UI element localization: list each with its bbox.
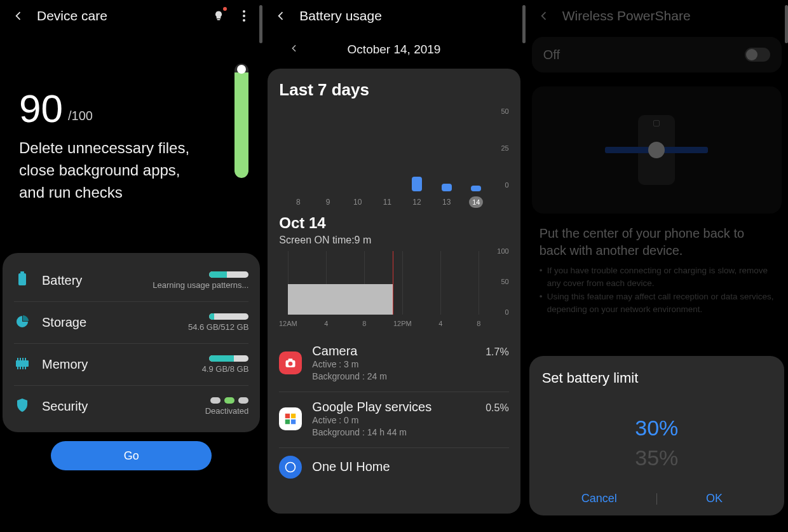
- picker-selected: 30%: [635, 416, 678, 440]
- home-icon: [279, 456, 302, 479]
- app-percent: 1.7%: [486, 346, 508, 358]
- app-background: Background : 14 h 44 m: [312, 426, 475, 439]
- care-score-denominator: /100: [68, 109, 93, 123]
- svg-rect-18: [291, 419, 296, 424]
- svg-rect-15: [285, 414, 290, 418]
- svg-rect-6: [22, 358, 24, 360]
- svg-rect-9: [20, 367, 21, 369]
- back-icon[interactable]: [11, 9, 25, 23]
- prev-date-icon[interactable]: [289, 43, 299, 56]
- page-title: Device care: [37, 8, 200, 24]
- svg-rect-5: [20, 358, 21, 360]
- svg-rect-7: [25, 358, 26, 360]
- camera-icon: [279, 351, 302, 374]
- date-label: October 14, 2019: [348, 43, 441, 57]
- battery-icon: [17, 271, 28, 289]
- shield-icon: [16, 398, 29, 416]
- battery-limit-sheet: Set battery limit 30% 35% Cancel OK: [529, 356, 784, 515]
- powershare-description: Put the center of your phone back to bac…: [540, 225, 774, 315]
- svg-rect-11: [25, 367, 26, 369]
- desc-item: Using this feature may affect call recep…: [547, 290, 774, 315]
- memory-label: Memory: [42, 357, 191, 372]
- storage-icon: [15, 315, 29, 331]
- security-label: Security: [42, 399, 194, 414]
- metrics-card: Battery Learning usage patterns... Stora…: [3, 253, 260, 432]
- app-row[interactable]: One UI Home: [279, 447, 508, 488]
- svg-rect-16: [291, 414, 296, 418]
- memory-subtext: 4.9 GB/8 GB: [202, 364, 249, 374]
- more-icon[interactable]: [237, 9, 251, 23]
- page-title: Battery usage: [299, 8, 513, 24]
- care-score: 90: [19, 89, 63, 128]
- powershare-toggle-row[interactable]: Off: [532, 37, 782, 72]
- app-active: Active : 0 m: [312, 414, 475, 426]
- app-name: Google Play services: [312, 400, 475, 414]
- weekly-usage-chart[interactable]: 0255089101112131414: [279, 111, 508, 207]
- svg-point-19: [286, 462, 296, 472]
- percent-picker[interactable]: 30% 35%: [542, 416, 771, 470]
- hourly-battery-chart[interactable]: 05010012AM4812PM48: [279, 251, 508, 327]
- battery-label: Battery: [42, 273, 141, 288]
- page-title: Wireless PowerShare: [562, 8, 777, 24]
- security-status-dots: [210, 397, 248, 404]
- day-title: Oct 14: [279, 214, 508, 232]
- section-title: Last 7 days: [279, 80, 508, 100]
- svg-rect-2: [20, 271, 24, 273]
- svg-rect-14: [289, 359, 293, 361]
- play-icon: [279, 407, 302, 430]
- toggle-state-label: Off: [543, 48, 745, 62]
- back-icon[interactable]: [274, 9, 288, 23]
- app-row[interactable]: CameraActive : 3 mBackground : 24 m1.7%: [279, 336, 508, 392]
- storage-label: Storage: [42, 315, 177, 330]
- row-storage[interactable]: Storage 54.6 GB/512 GB: [14, 301, 248, 343]
- svg-rect-3: [16, 360, 29, 367]
- app-name: One UI Home: [312, 460, 498, 474]
- row-battery[interactable]: Battery Learning usage patterns...: [14, 259, 248, 301]
- advice-text: Delete unnecessary files, close backgrou…: [19, 137, 210, 203]
- battery-subtext: Learning usage patterns...: [153, 280, 248, 290]
- device-care-screen: Device care 90 /100 Delete unnecessary f…: [0, 0, 262, 532]
- header: Device care: [0, 0, 262, 32]
- app-background: Background : 24 m: [312, 371, 475, 383]
- svg-rect-4: [17, 358, 18, 360]
- go-button[interactable]: Go: [51, 441, 212, 470]
- header: Battery usage: [262, 0, 525, 32]
- svg-rect-17: [285, 419, 290, 424]
- screen-on-text: Screen ON time:9 m: [279, 235, 508, 246]
- desc-item: If you have trouble connecting or chargi…: [547, 264, 774, 289]
- score-gauge: [234, 64, 248, 178]
- memory-icon: [15, 358, 30, 372]
- wireless-powershare-screen: Wireless PowerShare Off Put the center o…: [526, 0, 788, 532]
- powershare-illustration: [532, 86, 782, 214]
- svg-point-13: [289, 362, 293, 366]
- svg-rect-1: [18, 273, 26, 285]
- sheet-title: Set battery limit: [542, 370, 771, 386]
- security-subtext: Deactivated: [205, 406, 249, 416]
- cancel-button[interactable]: Cancel: [542, 492, 656, 505]
- app-percent: 0.5%: [486, 402, 508, 414]
- row-security[interactable]: Security Deactivated: [14, 385, 248, 427]
- picker-next: 35%: [635, 446, 678, 470]
- svg-rect-0: [217, 19, 221, 20]
- tips-icon[interactable]: [212, 9, 226, 23]
- svg-rect-8: [17, 367, 18, 369]
- back-icon[interactable]: [537, 9, 551, 23]
- battery-usage-screen: Battery usage October 14, 2019 Last 7 da…: [262, 0, 525, 532]
- toggle-switch[interactable]: [745, 48, 770, 62]
- svg-rect-10: [22, 367, 24, 369]
- app-name: Camera: [312, 344, 475, 358]
- app-active: Active : 3 m: [312, 358, 475, 371]
- app-row[interactable]: Google Play servicesActive : 0 mBackgrou…: [279, 392, 508, 447]
- desc-main: Put the center of your phone back to bac…: [540, 225, 774, 259]
- storage-subtext: 54.6 GB/512 GB: [188, 322, 248, 332]
- header: Wireless PowerShare: [526, 0, 788, 32]
- ok-button[interactable]: OK: [657, 492, 771, 505]
- row-memory[interactable]: Memory 4.9 GB/8 GB: [14, 343, 248, 385]
